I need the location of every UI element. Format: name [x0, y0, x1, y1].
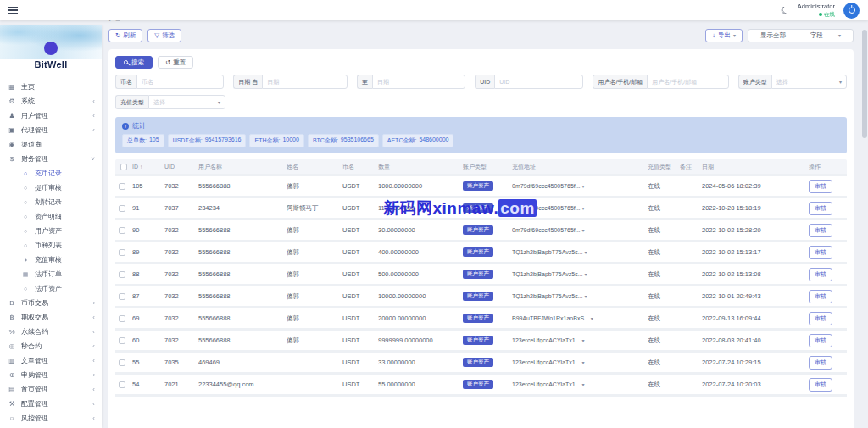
cell-address[interactable]: TQ1zh2bjBapbT75Avz5s... ▾: [512, 271, 648, 277]
cell-recharge-type: 在线: [648, 204, 680, 213]
info-icon: i: [122, 123, 129, 130]
audit-button[interactable]: 审核: [809, 202, 832, 215]
cell-date: 2022-10-02 15:13:08: [702, 270, 809, 278]
cell-address[interactable]: 123erceUfgccACYlaTx1... ▾: [512, 337, 648, 343]
avatar[interactable]: [843, 3, 860, 19]
audit-button[interactable]: 审核: [809, 378, 832, 392]
filter-account-type-select[interactable]: 选择▾: [771, 75, 847, 89]
sidebar-item-perpetual[interactable]: % 永续合约 ‹: [0, 325, 102, 339]
filter-recharge-type-select[interactable]: 选择▾: [148, 95, 225, 109]
sidebar-subitem-deposit-records[interactable]: ○ 充币记录: [0, 166, 102, 181]
search-button[interactable]: 搜索: [115, 56, 153, 69]
row-checkbox[interactable]: [119, 337, 125, 344]
sidebar-item-system[interactable]: ⚙ 系统 ‹: [0, 94, 102, 108]
audit-button[interactable]: 审核: [809, 312, 832, 325]
sidebar-subitem-recharge-audit[interactable]: ◑ 充值审核: [0, 253, 102, 267]
audit-button[interactable]: 审核: [809, 180, 832, 193]
sidebar-item-channel[interactable]: ◉ 渠道商: [0, 137, 102, 152]
vertical-scrollbar[interactable]: [862, 25, 867, 428]
sidebar-item-risk-mgmt[interactable]: ○ 风控管理 ‹: [0, 411, 102, 425]
sidebar-item-config-mgmt[interactable]: ⚒ 配置管理 ‹: [0, 397, 102, 411]
filter-uid-input[interactable]: [494, 75, 583, 89]
sidebar-item-finance-mgmt[interactable]: $ 财务管理 ˅: [0, 152, 102, 166]
audit-button[interactable]: 审核: [809, 268, 832, 281]
sidebar-item-user-mgmt[interactable]: ♟ 用户管理 ‹: [0, 108, 102, 123]
circle-icon: ○: [20, 170, 31, 176]
sidebar-subitem-withdraw-audit[interactable]: ○ 提币审核: [0, 181, 102, 195]
table-row: 60 7032 555666888 傻郭 USDT 9999999.000000…: [115, 331, 847, 353]
reset-button[interactable]: ↺重置: [158, 56, 193, 69]
row-checkbox[interactable]: [119, 315, 125, 322]
cell-amount: 10000.00000000: [378, 292, 463, 300]
sidebar-item-homepage-mgmt[interactable]: ▤ 首页管理 ‹: [0, 382, 102, 397]
row-checkbox[interactable]: [119, 271, 125, 278]
brand-name: BitWell: [0, 59, 102, 69]
audit-button[interactable]: 审核: [809, 356, 832, 370]
dark-mode-icon[interactable]: ☾: [779, 3, 790, 16]
user-info[interactable]: Administrator 在线: [798, 3, 835, 17]
sidebar-subitem-fiat-orders[interactable]: ▦ 法币订单: [0, 267, 102, 281]
sidebar-item-agent-mgmt[interactable]: ▣ 代理管理 ‹: [0, 123, 102, 137]
circle-icon: ○: [20, 199, 31, 205]
sidebar-item-spot-trade[interactable]: B 币币交易 ‹: [0, 296, 102, 310]
cell-coin: USDT: [342, 182, 378, 190]
filter-coin-input[interactable]: [136, 75, 224, 89]
column-header: 充值类型: [648, 163, 680, 171]
sidebar-item-home[interactable]: ▦ 主页: [0, 80, 102, 94]
square-grid-icon: ▦: [20, 271, 31, 278]
filter-button[interactable]: ▽筛选: [147, 29, 181, 42]
fields-button[interactable]: 字段▾: [798, 30, 853, 42]
audit-button[interactable]: 审核: [809, 224, 832, 237]
audit-button[interactable]: 审核: [809, 246, 832, 259]
cell-name: 傻郭: [287, 336, 342, 345]
cell-recharge-type: 在线: [648, 248, 680, 257]
filter-date-from-input[interactable]: [262, 75, 348, 89]
row-checkbox[interactable]: [119, 293, 125, 300]
cell-address[interactable]: 123erceUfgccACYlaTx1... ▾: [512, 381, 648, 387]
cell-name: 傻郭: [287, 182, 342, 191]
cell-username: 22334455@qq.com: [198, 381, 287, 388]
sidebar-subitem-asset-detail[interactable]: ○ 资产明细: [0, 209, 102, 224]
row-checkbox[interactable]: [119, 227, 125, 234]
refresh-button[interactable]: ↻刷新: [108, 29, 142, 42]
cell-date: 2022-10-01 20:49:43: [702, 292, 809, 300]
sidebar-item-options-trade[interactable]: ฿ 期权交易 ‹: [0, 310, 102, 325]
row-checkbox[interactable]: [119, 205, 125, 212]
column-header: 币名: [342, 163, 378, 171]
sidebar-subitem-fiat-assets[interactable]: ○ 法币资产: [0, 281, 102, 296]
filter-date-to: 至: [357, 75, 465, 89]
cell-address[interactable]: TQ1zh2bjBapbT75Avz5s... ▾: [512, 293, 648, 299]
filter-user-input[interactable]: [647, 75, 728, 89]
hamburger-menu-icon[interactable]: [8, 7, 18, 14]
user-name: Administrator: [798, 3, 835, 11]
table-row: 55 7035 469469 USDT 33.00000000 账户资产 123…: [115, 353, 847, 375]
cell-uid: 7032: [164, 270, 198, 278]
cell-address[interactable]: 0m79df69ccc45005765f... ▾: [512, 183, 648, 189]
filter-date-to-input[interactable]: [372, 75, 465, 89]
cell-name: 傻郭: [287, 314, 342, 323]
list-card: 搜索 ↺重置 币名 日期 自 至 UID 用户名/手机/邮箱 账户类型 选择▾ …: [108, 49, 854, 428]
sidebar-subitem-transfer-records[interactable]: ○ 划转记录: [0, 195, 102, 209]
show-all-button[interactable]: 显示全部: [748, 30, 798, 42]
sidebar-subitem-user-assets[interactable]: ○ 用户资产: [0, 224, 102, 238]
column-header[interactable]: ID ↑: [132, 164, 164, 170]
sidebar-item-second-contract[interactable]: ◎ 秒合约 ‹: [0, 339, 102, 353]
scrollbar-thumb[interactable]: [862, 30, 867, 138]
half-circle-icon: ◑: [20, 257, 31, 263]
sidebar-item-subscribe-mgmt[interactable]: ⊕ 申购管理 ‹: [0, 368, 102, 382]
row-checkbox[interactable]: [119, 381, 125, 388]
sort-asc-icon[interactable]: ↑: [140, 164, 142, 170]
export-button[interactable]: ↓导出▾: [705, 29, 743, 42]
cell-address[interactable]: 123erceUfgccACYlaTx1... ▾: [512, 359, 648, 365]
audit-button[interactable]: 审核: [809, 334, 832, 347]
row-checkbox[interactable]: [119, 359, 125, 366]
cell-address[interactable]: 0m79df69ccc45005765f... ▾: [512, 227, 648, 233]
sidebar-item-article-mgmt[interactable]: ▥ 文章管理 ‹: [0, 353, 102, 368]
sidebar-subitem-coin-list[interactable]: ○ 币种列表: [0, 238, 102, 253]
cell-address[interactable]: B99AuTBFJWo1Rx1aoBxS... ▾: [512, 315, 648, 321]
row-checkbox[interactable]: [119, 249, 125, 256]
cell-address[interactable]: TQ1zh2bjBapbT75Avz5s... ▾: [512, 249, 648, 255]
select-all-checkbox[interactable]: [120, 164, 127, 170]
row-checkbox[interactable]: [119, 183, 125, 190]
audit-button[interactable]: 审核: [809, 290, 832, 303]
